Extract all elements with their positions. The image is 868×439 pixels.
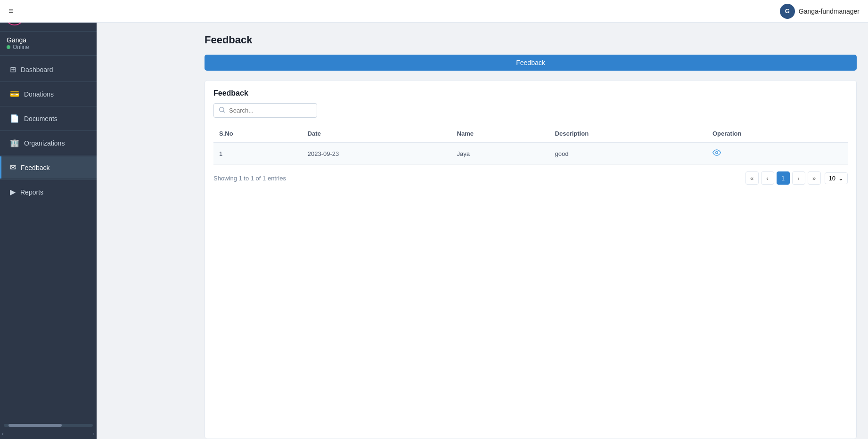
user-section: Ganga Online — [0, 32, 97, 56]
pagination-info: Showing 1 to 1 of 1 entries — [213, 175, 286, 182]
table-row: 1 2023-09-23 Jaya good — [213, 142, 848, 165]
sidebar-item-organizations[interactable]: 🏢 Organizations — [0, 132, 97, 154]
user-status: Online — [7, 44, 90, 50]
page-next-btn[interactable]: › — [792, 171, 805, 185]
table-card: Feedback S.No Date Name Description — [205, 80, 857, 439]
page-1-btn[interactable]: 1 — [777, 171, 790, 185]
hamburger-icon[interactable]: ≡ — [8, 6, 14, 16]
sidebar-item-organizations-label: Organizations — [24, 139, 65, 147]
cell-operation — [707, 142, 848, 165]
search-icon — [219, 106, 225, 114]
view-icon[interactable] — [712, 150, 721, 158]
reports-icon: ▶ — [10, 187, 16, 196]
sidebar-item-donations-label: Donations — [24, 90, 54, 98]
feedback-table: S.No Date Name Description Operation 1 2… — [213, 125, 848, 165]
page-title: Feedback — [205, 34, 857, 46]
page-last-btn[interactable]: » — [808, 171, 821, 185]
donations-icon: 💳 — [10, 89, 19, 98]
main-content: Feedback Feedback Feedback S.No Date Nam… — [193, 23, 868, 439]
svg-line-1 — [223, 111, 225, 113]
col-date: Date — [302, 125, 451, 142]
table-header-row: S.No Date Name Description Operation — [213, 125, 848, 142]
status-dot — [7, 45, 10, 49]
cell-sno: 1 — [213, 142, 302, 165]
topbar-right: G Ganga-fundmanager — [780, 4, 860, 19]
cell-description: good — [549, 142, 707, 165]
col-operation: Operation — [707, 125, 848, 142]
table-card-title: Feedback — [213, 89, 848, 98]
topbar: ≡ G Ganga-fundmanager — [0, 0, 868, 23]
page-size-value: 10 — [829, 175, 835, 182]
status-label: Online — [13, 44, 29, 50]
sidebar-item-documents-label: Documents — [24, 115, 57, 122]
sidebar-item-dashboard[interactable]: ⊞ Dashboard — [0, 58, 97, 81]
search-bar — [213, 103, 317, 118]
nav-items: ⊞ Dashboard 💳 Donations 📄 Documents 🏢 Or… — [0, 56, 97, 422]
col-description: Description — [549, 125, 707, 142]
page-buttons: « ‹ 1 › » — [745, 171, 821, 185]
page-first-btn[interactable]: « — [745, 171, 759, 185]
sidebar-item-reports[interactable]: ▶ Reports — [0, 181, 97, 203]
table-body: 1 2023-09-23 Jaya good — [213, 142, 848, 165]
search-input[interactable] — [229, 107, 312, 114]
user-name: Ganga — [7, 36, 90, 44]
documents-icon: 📄 — [10, 114, 19, 123]
sidebar-item-documents[interactable]: 📄 Documents — [0, 107, 97, 130]
dashboard-icon: ⊞ — [10, 65, 16, 74]
topbar-username: Ganga-fundmanager — [799, 8, 860, 15]
sidebar-arrow-left[interactable]: ‹ — [2, 431, 4, 437]
sidebar-item-feedback[interactable]: ✉ Feedback — [0, 156, 97, 179]
col-name: Name — [451, 125, 549, 142]
sidebar-arrow-right[interactable]: › — [93, 431, 95, 437]
nav-divider-2 — [0, 106, 97, 106]
cell-date: 2023-09-23 — [302, 142, 451, 165]
feedback-icon: ✉ — [10, 163, 16, 172]
page-size-chevron: ⌄ — [838, 175, 843, 182]
svg-point-2 — [716, 152, 718, 154]
organizations-icon: 🏢 — [10, 138, 19, 147]
cell-name: Jaya — [451, 142, 549, 165]
pagination-row: Showing 1 to 1 of 1 entries « ‹ 1 › » 10… — [213, 165, 848, 187]
sidebar-item-feedback-label: Feedback — [21, 164, 49, 171]
app-wrapper: GN Gear For Need Ganga Online ⊞ Dashboar… — [0, 0, 868, 439]
nav-divider-3 — [0, 130, 97, 131]
sidebar-item-dashboard-label: Dashboard — [21, 66, 53, 73]
col-sno: S.No — [213, 125, 302, 142]
page-size-select[interactable]: 10 ⌄ — [825, 172, 848, 184]
nav-divider-4 — [0, 155, 97, 155]
sidebar-item-reports-label: Reports — [20, 188, 43, 196]
page-prev-btn[interactable]: ‹ — [761, 171, 774, 185]
sidebar: GN Gear For Need Ganga Online ⊞ Dashboar… — [0, 0, 97, 439]
table-head: S.No Date Name Description Operation — [213, 125, 848, 142]
feedback-button[interactable]: Feedback — [205, 55, 857, 71]
nav-divider-5 — [0, 179, 97, 180]
nav-divider-1 — [0, 81, 97, 82]
pagination-controls: « ‹ 1 › » 10 ⌄ — [745, 171, 848, 185]
avatar: G — [780, 4, 795, 19]
sidebar-arrows: ‹ › — [0, 429, 97, 439]
sidebar-scrollbar — [4, 424, 93, 427]
sidebar-item-donations[interactable]: 💳 Donations — [0, 83, 97, 105]
sidebar-scroll-thumb — [8, 424, 62, 427]
